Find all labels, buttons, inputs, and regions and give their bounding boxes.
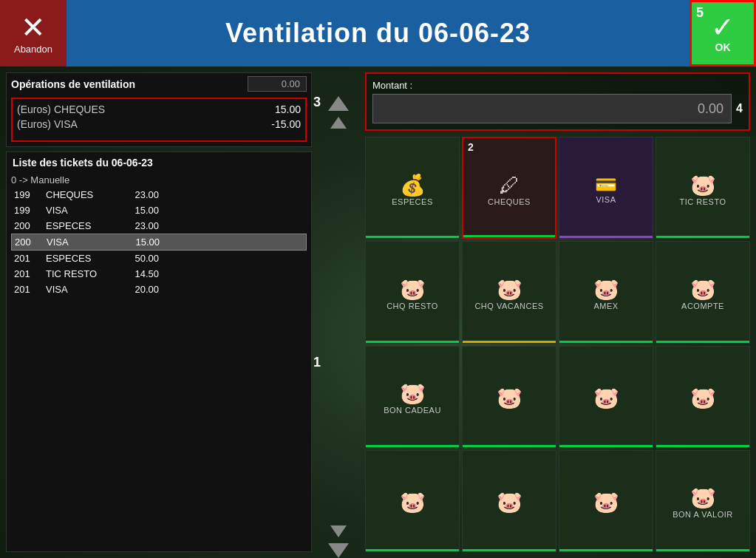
piggy-icon: 🐷	[497, 277, 522, 302]
pay-btn-empty1[interactable]: 🐷	[462, 346, 556, 448]
bottom-bar	[463, 549, 556, 551]
bottom-bar	[559, 236, 653, 238]
pay-btn-chq-resto[interactable]: 🐷 CHQ RESTO	[365, 241, 460, 343]
abandon-label: Abandon	[14, 44, 52, 55]
list-item[interactable]: 199 CHEQUES 23.00	[11, 187, 307, 203]
bottom-bar	[463, 341, 556, 343]
bottom-bar	[366, 341, 459, 343]
ops-section: Opérations de ventilation 0.00 (Euros) C…	[6, 72, 312, 147]
pay-btn-bon-cadeau[interactable]: 🐷 BON CADEAU	[365, 346, 460, 448]
piggy-icon: 🐷	[690, 386, 716, 410]
piggy-icon: 🐷	[690, 277, 716, 302]
payment-grid: 💰 ESPECES 2 🖊 CHEQUES 💳 VISA	[365, 137, 750, 552]
bottom-bar	[656, 445, 749, 447]
list-item[interactable]: 201 VISA 20.00	[11, 282, 307, 297]
cheques-badge: 2	[468, 141, 474, 153]
ok-label: OK	[715, 41, 731, 53]
tickets-header: Liste des tickets du 06-06-23	[7, 152, 311, 171]
scroll-up-button[interactable]	[330, 117, 347, 129]
montant-value[interactable]: 0.00	[372, 94, 732, 123]
header: ✕ Abandon Ventilation du 06-06-23 5 ✓ OK	[0, 0, 756, 67]
ops-currency-2: (Euros)	[17, 118, 51, 130]
money-icon: 💰	[400, 173, 426, 197]
ops-total: 0.00	[248, 76, 307, 92]
ops-amount-2: -15.00	[271, 118, 301, 130]
montant-section: Montant : 0.00 4	[365, 72, 750, 131]
pay-btn-amex[interactable]: 🐷 AMEX	[559, 241, 653, 343]
pay-btn-empty2[interactable]: 🐷	[559, 346, 653, 448]
piggy-icon: 🐷	[400, 490, 426, 514]
tickets-section: Liste des tickets du 06-06-23 0 -> Manue…	[6, 152, 312, 552]
scroll-down-double-button[interactable]	[328, 543, 349, 558]
bottom-bar	[559, 341, 653, 343]
bottom-bar	[366, 549, 459, 551]
bottom-bar	[559, 445, 653, 447]
pay-btn-especes[interactable]: 💰 ESPECES	[365, 137, 460, 239]
ops-method-1: CHEQUES	[54, 103, 105, 115]
bottom-bar	[366, 445, 459, 447]
list-item[interactable]: 200 ESPECES 23.00	[11, 218, 307, 234]
tickets-table: 0 -> Manuelle 199 CHEQUES 23.00 199 VISA…	[7, 171, 311, 551]
cheque-icon: 🖊	[499, 173, 520, 197]
piggy-icon: 🐷	[497, 386, 522, 410]
badge-3: 3	[313, 95, 321, 110]
x-icon: ✕	[21, 13, 46, 42]
badge-1: 1	[313, 355, 321, 370]
bottom-bar	[366, 236, 459, 238]
ops-list: (Euros) CHEQUES 15.00 (Euros) VISA -15.0…	[11, 98, 307, 142]
pay-btn-visa[interactable]: 💳 VISA	[559, 137, 653, 239]
ops-row: (Euros) VISA -15.00	[17, 117, 301, 132]
piggy-icon: 🐷	[497, 490, 522, 514]
list-item[interactable]: 199 VISA 15.00	[11, 203, 307, 218]
checkmark-icon: ✓	[711, 13, 735, 41]
content-area: Opérations de ventilation 0.00 (Euros) C…	[0, 67, 756, 558]
list-item[interactable]: 201 TIC RESTO 14.50	[11, 266, 307, 282]
pay-btn-empty5[interactable]: 🐷	[462, 450, 556, 552]
pay-btn-empty3[interactable]: 🐷	[655, 346, 750, 448]
ok-badge: 5	[696, 5, 704, 21]
ops-row: (Euros) CHEQUES 15.00	[17, 102, 301, 117]
payment-area: 💰 ESPECES 2 🖊 CHEQUES 💳 VISA	[365, 137, 750, 552]
piggy-icon: 🐷	[593, 386, 619, 410]
piggy-icon: 🐷	[690, 486, 716, 510]
list-item-selected[interactable]: 200 VISA 15.00	[11, 234, 307, 251]
list-item[interactable]: 201 ESPECES 50.00	[11, 251, 307, 266]
pay-btn-chq-vacances[interactable]: 🐷 CHQ VACANCES	[462, 241, 556, 343]
scroll-column	[318, 67, 359, 558]
scroll-up-double-button[interactable]	[328, 96, 349, 111]
card-icon: 💳	[595, 174, 617, 195]
piggy-icon: 🐷	[593, 277, 619, 302]
ops-title: Opérations de ventilation	[11, 78, 135, 90]
pay-btn-acompte[interactable]: 🐷 ACOMPTE	[655, 241, 750, 343]
scroll-down-button[interactable]	[330, 525, 347, 537]
ok-button[interactable]: 5 ✓ OK	[689, 0, 756, 67]
page-title: Ventilation du 06-06-23	[67, 18, 689, 49]
ops-amount-1: 15.00	[275, 103, 301, 115]
pay-btn-empty6[interactable]: 🐷	[559, 450, 653, 552]
pay-btn-cheques[interactable]: 2 🖊 CHEQUES	[462, 137, 556, 239]
ops-currency-1: (Euros)	[17, 103, 51, 115]
bottom-bar	[559, 549, 653, 551]
bottom-bar	[656, 549, 749, 551]
pay-btn-empty4[interactable]: 🐷	[365, 450, 460, 552]
bottom-bar	[463, 235, 555, 237]
pay-btn-tic-resto[interactable]: 🐷 TIC RESTO	[655, 137, 750, 239]
abandon-button[interactable]: ✕ Abandon	[0, 0, 67, 67]
ops-method-2: VISA	[54, 118, 78, 130]
pay-btn-bon-a-valoir[interactable]: 🐷 BON A VALOIR	[655, 450, 750, 552]
ticket-group-label: 0 -> Manuelle	[11, 173, 307, 187]
piggy-icon: 🐷	[400, 277, 426, 302]
montant-label: Montant :	[372, 80, 743, 91]
piggy-icon: 🐷	[690, 173, 716, 197]
bottom-bar	[463, 445, 556, 447]
montant-badge: 4	[736, 102, 743, 115]
bottom-bar	[656, 236, 749, 238]
ops-header: Opérations de ventilation 0.00	[7, 73, 311, 95]
piggy-icon: 🐷	[400, 381, 426, 406]
piggy-icon: 🐷	[593, 490, 619, 514]
left-panel: Opérations de ventilation 0.00 (Euros) C…	[0, 67, 318, 558]
right-panel: Montant : 0.00 4 💰 ESPECES	[359, 67, 756, 558]
bottom-bar	[656, 341, 749, 343]
